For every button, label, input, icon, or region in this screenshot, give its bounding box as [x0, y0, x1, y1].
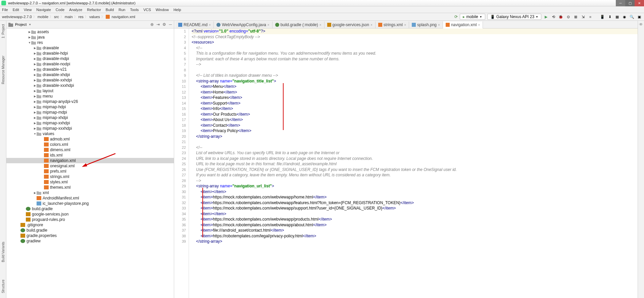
code-line[interactable]: -->	[192, 178, 638, 184]
tree-item-menu[interactable]: ▶menu	[6, 94, 174, 99]
close-button[interactable]: ✕	[635, 0, 644, 6]
code-line[interactable]: <?xml version="1.0" encoding="utf-8"?>	[192, 28, 638, 34]
settings-icon[interactable]: ▣	[637, 14, 642, 19]
code-line[interactable]: <item>https://mock.robotemplates.com/web…	[192, 205, 638, 211]
code-line[interactable]: <item>https://mock.robotemplates.com/web…	[192, 222, 638, 228]
tree-item-values[interactable]: ▼values	[6, 131, 174, 136]
tree-arrow-icon[interactable]: ▶	[33, 47, 37, 50]
code-line[interactable]: <string-array name="navigation_url_list"…	[192, 183, 638, 189]
code-line[interactable]: <item>https://mock.robotemplates.com/web…	[192, 200, 638, 206]
editor-tab-webviewappconfig-java[interactable]: WebViewAppConfig.java×	[214, 21, 272, 28]
tree-item-prefs-xml[interactable]: prefs.xml	[6, 169, 174, 174]
assistant-icon[interactable]: ◉	[622, 14, 627, 19]
tree-item-mipmap-hdpi[interactable]: ▶mipmap-hdpi	[6, 104, 174, 110]
tree-item-build-gradle[interactable]: build.gradle	[6, 228, 174, 233]
tab-close-icon[interactable]: ×	[404, 23, 406, 27]
tree-item-drawable-hdpi[interactable]: ▶drawable-hdpi	[6, 51, 174, 56]
code-line[interactable]: <!--suppress CheckTagEmptyBody -->	[192, 34, 638, 40]
tree-item-assets[interactable]: ▶assets	[6, 29, 174, 35]
code-line[interactable]: </string-array>	[192, 239, 638, 244]
tree-arrow-icon[interactable]: ▶	[33, 68, 37, 71]
tree-item-navigation-xml[interactable]: navigation.xml	[6, 158, 174, 163]
code-line[interactable]: <resources>	[192, 40, 638, 45]
maximize-button[interactable]: ▢	[625, 0, 635, 6]
build-variants-tab[interactable]: Build Variants	[1, 240, 6, 264]
tree-item-google-services-json[interactable]: google-services.json	[6, 212, 174, 217]
code-line[interactable]: <item>Home</item>	[192, 90, 638, 95]
code-line[interactable]: <item>https://mock.robotemplates.com/web…	[192, 194, 638, 200]
editor-tab-strings-xml[interactable]: strings.xml×	[376, 21, 409, 28]
tree-item-drawable-xhdpi[interactable]: ▶drawable-xhdpi	[6, 72, 174, 77]
menu-file[interactable]: File	[2, 8, 8, 12]
code-line[interactable]: List of webview URLs. You can specify UR…	[192, 150, 638, 156]
tree-arrow-icon[interactable]: ▶	[33, 84, 37, 87]
code-line[interactable]: <item></item>	[192, 189, 638, 195]
project-view-label[interactable]: Project	[15, 22, 27, 26]
tab-close-icon[interactable]: ×	[478, 23, 480, 27]
tab-close-icon[interactable]: ×	[319, 23, 321, 27]
tree-item-proguard-rules-pro[interactable]: proguard-rules.pro	[6, 217, 174, 222]
tree-item-colors-xml[interactable]: colors.xml	[6, 142, 174, 147]
tree-item-java[interactable]: ▶java	[6, 35, 174, 40]
code-line[interactable]	[192, 67, 638, 73]
tree-item-themes-xml[interactable]: themes.xml	[6, 185, 174, 190]
code-line[interactable]: <item>file:///android_asset/contact.html…	[192, 228, 638, 233]
tree-item-drawable-mdpi[interactable]: ▶drawable-mdpi	[6, 56, 174, 61]
breadcrumb-item[interactable]: main	[65, 15, 73, 19]
device-dropdown[interactable]: 📱 Galaxy Nexus API 23 ▼	[487, 14, 541, 20]
code-line[interactable]: <item>About Us</item>	[192, 117, 638, 123]
tree-item-res[interactable]: ▼res	[6, 40, 174, 45]
editor-tab-google-services-json[interactable]: google-services.json×	[325, 21, 376, 28]
tree-arrow-icon[interactable]: ▶	[33, 52, 37, 55]
sync-icon[interactable]: ⟳	[454, 14, 458, 19]
editor-tab-navigation-xml[interactable]: navigation.xml×	[443, 21, 483, 28]
menu-vcs[interactable]: VCS	[143, 8, 151, 12]
code-line[interactable]: <item>Features</item>	[192, 95, 638, 101]
menu-code[interactable]: Code	[56, 8, 64, 12]
tree-item-drawable-nodpi[interactable]: ▶drawable-nodpi	[6, 61, 174, 67]
tree-arrow-icon[interactable]: ▼	[33, 132, 37, 135]
tree-item-styles-xml[interactable]: styles.xml	[6, 179, 174, 185]
run-button[interactable]: ▶	[543, 14, 549, 19]
tree-arrow-icon[interactable]: ▶	[33, 57, 37, 60]
code-line[interactable]: <!-- List of titles in navigation drawer…	[192, 73, 638, 78]
tab-close-icon[interactable]: ×	[267, 23, 269, 27]
stop-icon[interactable]: ■	[588, 14, 593, 19]
code-line[interactable]: -->	[192, 62, 638, 67]
tree-item-gradle-properties[interactable]: gradle.properties	[6, 233, 174, 238]
tree-arrow-icon[interactable]: ▶	[33, 90, 37, 93]
tree-item-drawable-xxhdpi[interactable]: ▶drawable-xxhdpi	[6, 77, 174, 83]
tree-item-strings-xml[interactable]: strings.xml	[6, 174, 174, 179]
tab-close-icon[interactable]: ×	[370, 23, 373, 27]
tree-arrow-icon[interactable]: ▶	[28, 31, 31, 34]
tree-item-AndroidManifest-xml[interactable]: AndroidManifest.xml	[6, 195, 174, 201]
layout-inspector-icon[interactable]: ▦	[614, 14, 620, 19]
code-line[interactable]: Use {FCM_REGISTRATION_TOKEN} or {ONE_SIG…	[192, 167, 638, 173]
breadcrumb-item[interactable]: navigation.xml	[112, 15, 135, 19]
tree-arrow-icon[interactable]: ▶	[33, 100, 37, 103]
code-line[interactable]: <item>Privacy Policy</item>	[192, 128, 638, 134]
tree-arrow-icon[interactable]: ▶	[33, 63, 37, 66]
tree-item-admob-xml[interactable]: admob.xml	[6, 136, 174, 142]
code-line[interactable]: This is a configuration file for navigat…	[192, 51, 638, 56]
tree-item-xml[interactable]: ▶xml	[6, 190, 174, 195]
code-line[interactable]: <item>https://mock.robotemplates.com/web…	[192, 217, 638, 222]
tree-arrow-icon[interactable]: ▶	[33, 95, 37, 98]
code-line[interactable]: <string-array name="navigation_title_lis…	[192, 78, 638, 84]
editor-tab-readme-md[interactable]: README.md×	[176, 21, 214, 28]
code-line[interactable]: If you want to add a category, leave the…	[192, 172, 638, 178]
code-line[interactable]: <item>Info</item>	[192, 106, 638, 112]
tree-arrow-icon[interactable]: ▶	[33, 122, 37, 125]
tree-arrow-icon[interactable]: ▶	[33, 73, 37, 76]
inspections-icon[interactable]: 👁	[638, 22, 644, 27]
code-line[interactable]: Important: each of these 4 arrays below …	[192, 56, 638, 62]
code-line[interactable]: <item>Menu</item>	[192, 84, 638, 90]
avd-icon[interactable]: 📱	[600, 14, 605, 19]
run-config-dropdown[interactable]: ▸mobile ▼	[460, 14, 485, 20]
menu-build[interactable]: Build	[106, 8, 114, 12]
breadcrumb-item[interactable]: res	[79, 15, 84, 19]
tree-item-dimens-xml[interactable]: dimens.xml	[6, 147, 174, 153]
tree-item-drawable-v21[interactable]: ▶drawable-v21	[6, 67, 174, 72]
tree-item-onesignal-xml[interactable]: onesignal.xml	[6, 163, 174, 169]
tree-item-mipmap-anydpi-v26[interactable]: ▶mipmap-anydpi-v26	[6, 99, 174, 104]
